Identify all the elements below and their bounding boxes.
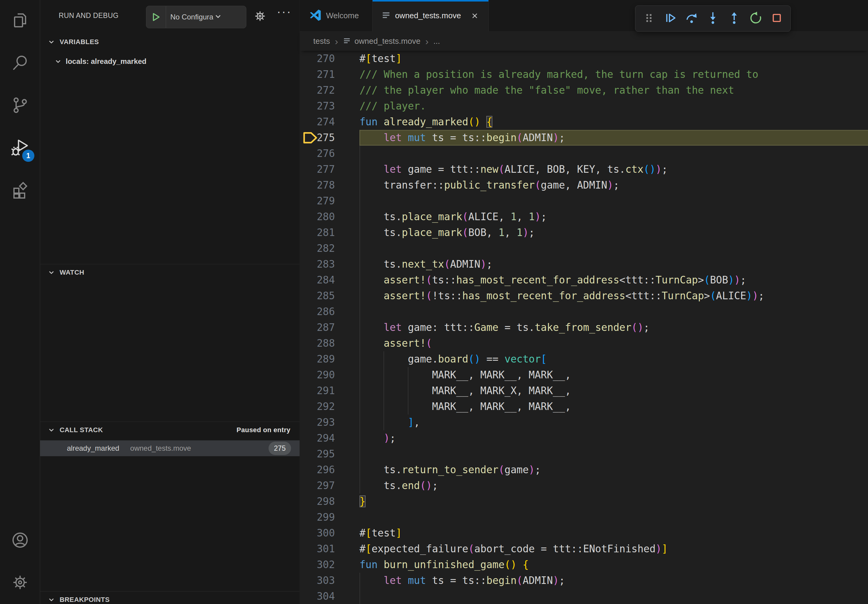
code-line-content[interactable]: /// player.	[360, 98, 868, 114]
editor-gutter[interactable]: 294	[300, 431, 360, 446]
editor-gutter[interactable]: 301	[300, 541, 360, 557]
editor-gutter[interactable]: 284	[300, 272, 360, 288]
breadcrumb-item-tests[interactable]: tests	[313, 37, 330, 46]
line-number[interactable]: 301	[316, 541, 335, 557]
start-debug-button[interactable]	[146, 6, 166, 28]
line-number[interactable]: 270	[316, 51, 335, 67]
call-stack-frame-row[interactable]: already_marked owned_tests.move 275	[40, 440, 299, 456]
activity-extensions-button[interactable]	[0, 169, 40, 211]
code-line-content[interactable]: let mut ts = ts::begin(ADMIN);	[360, 573, 868, 589]
step-into-button[interactable]	[702, 8, 724, 29]
editor-gutter[interactable]: 271	[300, 67, 360, 82]
line-number[interactable]: 284	[316, 272, 335, 288]
line-number[interactable]: 271	[316, 67, 335, 82]
tab-owned-tests-move[interactable]: owned_tests.move	[372, 0, 489, 32]
editor-gutter[interactable]: 288	[300, 336, 360, 351]
tab-welcome[interactable]: Welcome	[300, 0, 372, 31]
code-line-content[interactable]: assert!(!ts::has_most_recent_for_address…	[360, 288, 868, 304]
editor-gutter[interactable]: 291	[300, 383, 360, 399]
activity-account-button[interactable]	[0, 519, 40, 562]
restart-button[interactable]	[745, 8, 766, 29]
line-number[interactable]: 276	[316, 146, 335, 161]
code-line-content[interactable]: fun burn_unfinished_game() {	[360, 557, 868, 573]
code-line-content[interactable]	[360, 510, 868, 525]
code-line-content[interactable]	[360, 193, 868, 209]
code-line-content[interactable]: MARK__, MARK__, MARK__,	[360, 367, 868, 383]
editor-gutter[interactable]: 293	[300, 415, 360, 431]
code-line-content[interactable]: ],	[360, 415, 868, 431]
activity-explorer-button[interactable]	[0, 0, 40, 42]
editor-gutter[interactable]: 285	[300, 288, 360, 304]
editor-gutter[interactable]: 282	[300, 240, 360, 256]
code-line-content[interactable]	[360, 304, 868, 320]
line-number[interactable]: 287	[316, 320, 335, 336]
editor-gutter[interactable]: 297	[300, 478, 360, 494]
code-editor[interactable]: 270#[test]271/// When a position is alre…	[300, 51, 868, 604]
line-number[interactable]: 296	[316, 462, 335, 478]
line-number[interactable]: 277	[316, 161, 335, 177]
activity-source-control-button[interactable]	[0, 85, 40, 127]
step-over-button[interactable]	[681, 8, 702, 29]
code-line-content[interactable]: MARK__, MARK_X, MARK__,	[360, 383, 868, 399]
continue-button[interactable]	[660, 8, 681, 29]
editor-gutter[interactable]: 277	[300, 161, 360, 177]
line-number[interactable]: 283	[316, 256, 335, 272]
editor-gutter[interactable]: 287	[300, 320, 360, 336]
code-line-content[interactable]: #[test]	[360, 51, 868, 67]
line-number[interactable]: 289	[316, 351, 335, 367]
editor-gutter[interactable]: 274	[300, 114, 360, 130]
editor-gutter[interactable]: 290	[300, 367, 360, 383]
code-line-content[interactable]: transfer::public_transfer(game, ADMIN);	[360, 177, 868, 193]
line-number[interactable]: 288	[316, 336, 335, 351]
code-line-content[interactable]: assert!(	[360, 336, 868, 351]
code-line-content[interactable]: /// When a position is already marked, t…	[360, 67, 868, 82]
call-stack-section-header[interactable]: CALL STACK Paused on entry	[40, 422, 299, 438]
debug-settings-gear-icon[interactable]	[253, 9, 267, 24]
editor-gutter[interactable]: 298	[300, 494, 360, 510]
line-number[interactable]: 285	[316, 288, 335, 304]
line-number[interactable]: 293	[316, 415, 335, 431]
line-number[interactable]: 304	[316, 589, 335, 604]
code-line-content[interactable]: );	[360, 431, 868, 446]
code-line-content[interactable]: assert!(ts::has_most_recent_for_address<…	[360, 272, 868, 288]
code-line-content[interactable]	[360, 146, 868, 161]
line-number[interactable]: 286	[316, 304, 335, 320]
line-number[interactable]: 298	[316, 494, 335, 510]
line-number[interactable]: 275	[316, 130, 335, 146]
debug-configuration-dropdown[interactable]: No Configura	[146, 6, 246, 28]
code-line-content[interactable]: game.board() == vector[	[360, 351, 868, 367]
code-line-content[interactable]: MARK__, MARK__, MARK__,	[360, 399, 868, 415]
line-number[interactable]: 303	[316, 573, 335, 589]
variables-scope-row[interactable]: locals: already_marked	[40, 54, 299, 69]
editor-gutter[interactable]: 289	[300, 351, 360, 367]
code-line-content[interactable]: }	[360, 494, 868, 510]
code-line-content[interactable]: let game = ttt::new(ALICE, BOB, KEY, ts.…	[360, 161, 868, 177]
code-line-content[interactable]	[360, 446, 868, 462]
code-line-content[interactable]: ts.end();	[360, 478, 868, 494]
editor-gutter[interactable]: 300	[300, 525, 360, 541]
activity-settings-button[interactable]	[0, 562, 40, 604]
line-number[interactable]: 282	[316, 240, 335, 256]
editor-gutter[interactable]: 286	[300, 304, 360, 320]
line-number[interactable]: 300	[316, 525, 335, 541]
line-number[interactable]: 291	[316, 383, 335, 399]
editor-gutter[interactable]: 281	[300, 225, 360, 240]
editor-gutter[interactable]: 302	[300, 557, 360, 573]
code-line-content[interactable]: ts.place_mark(BOB, 1, 1);	[360, 225, 868, 240]
toolbar-drag-handle[interactable]	[639, 8, 660, 29]
editor-gutter[interactable]: 279	[300, 193, 360, 209]
line-number[interactable]: 297	[316, 478, 335, 494]
line-number[interactable]: 290	[316, 367, 335, 383]
step-out-button[interactable]	[724, 8, 745, 29]
line-number[interactable]: 273	[316, 98, 335, 114]
line-number[interactable]: 274	[316, 114, 335, 130]
line-number[interactable]: 295	[316, 446, 335, 462]
editor-gutter[interactable]: 303	[300, 573, 360, 589]
line-number[interactable]: 281	[316, 225, 335, 240]
line-number[interactable]: 279	[316, 193, 335, 209]
editor-gutter[interactable]: 270	[300, 51, 360, 67]
editor-gutter[interactable]: 283	[300, 256, 360, 272]
code-line-content[interactable]: ts.next_tx(ADMIN);	[360, 256, 868, 272]
code-line-content[interactable]: let game: ttt::Game = ts.take_from_sende…	[360, 320, 868, 336]
editor-gutter[interactable]: 276	[300, 146, 360, 161]
